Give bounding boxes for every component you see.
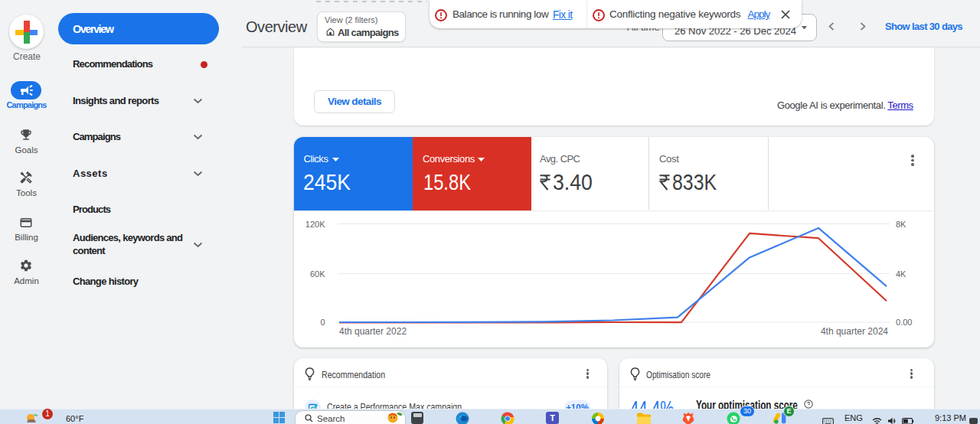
svg-text:4K: 4K	[896, 269, 906, 279]
svg-text:60K: 60K	[310, 269, 325, 279]
svg-text:8K: 8K	[896, 220, 906, 229]
svg-text:4th quarter 2022: 4th quarter 2022	[339, 326, 407, 337]
svg-text:120K: 120K	[305, 220, 325, 229]
svg-text:4th quarter 2024: 4th quarter 2024	[821, 326, 888, 337]
svg-text:0: 0	[320, 318, 325, 327]
svg-text:0.00: 0.00	[896, 318, 912, 327]
